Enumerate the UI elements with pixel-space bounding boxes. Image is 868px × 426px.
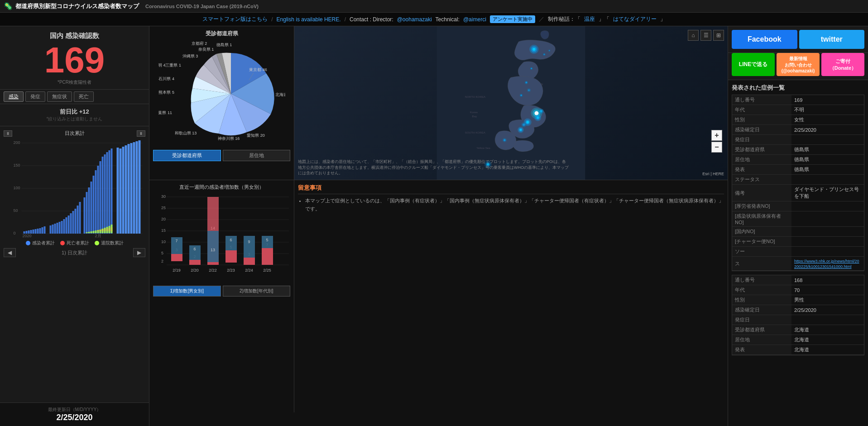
notes-title: 留意事項: [298, 184, 724, 194]
table-row: 通し番号 168: [732, 275, 864, 285]
svg-rect-26: [59, 222, 61, 234]
weekly-tab-gender[interactable]: 1)増加数[男女別]: [153, 286, 221, 297]
map-zoom-controls: + −: [711, 130, 722, 153]
svg-text:2/24: 2/24: [245, 268, 253, 273]
svg-text:不明 4三重県 1: 不明 4三重県 1: [158, 63, 181, 67]
svg-point-107: [526, 121, 529, 124]
contact-label: Contact : Director:: [350, 16, 393, 23]
case-table-169: 通し番号 169 年代 不明 性別 女性 感染確定日 2/25/2020: [732, 95, 864, 271]
bar-chart-svg: 200 150 100 50 0 2020 2月: [4, 139, 145, 238]
infection-number: 169: [7, 42, 142, 78]
pie-tab-residence[interactable]: 居住地: [223, 150, 291, 161]
svg-rect-20: [42, 227, 43, 234]
tab-asymptomatic[interactable]: 無症状: [47, 91, 72, 102]
svg-text:2/20: 2/20: [191, 268, 199, 273]
director-link[interactable]: @oohamazaki: [397, 16, 432, 23]
svg-text:北海道 35: 北海道 35: [275, 92, 285, 97]
svg-rect-27: [61, 221, 63, 234]
nav-bar: スマートフォン版はこちら / English is available HERE…: [0, 13, 868, 26]
svg-rect-154: [189, 260, 201, 265]
svg-text:20: 20: [161, 217, 166, 221]
line-button[interactable]: LINEで送る: [732, 53, 775, 76]
svg-rect-64: [104, 228, 106, 233]
svg-rect-73: [130, 143, 133, 234]
table-row: 受診都道府県 徳島県: [732, 145, 864, 155]
svg-text:2: 2: [161, 259, 163, 263]
weekly-tab-age[interactable]: 2)増加数[年代別]: [223, 286, 291, 297]
svg-text:徳島県 1: 徳島県 1: [216, 43, 232, 47]
production2-link[interactable]: はてなダイアリー: [613, 15, 657, 23]
svg-text:7: 7: [175, 239, 177, 243]
svg-text:200: 200: [14, 140, 20, 145]
tab-onset[interactable]: 発症: [25, 91, 45, 102]
chart-title: ⏸ 日次累計 ⏸: [4, 130, 145, 137]
pie-chart-svg: 東京都 46 北海道 35 愛知県 20 神奈川県 16 和歌山県 13 千葉県…: [158, 39, 285, 148]
svg-text:SOUTH KOREA: SOUTH KOREA: [465, 131, 486, 134]
donate-button[interactable]: ご寄付（Donate）: [821, 53, 864, 76]
svg-rect-40: [93, 176, 95, 234]
tab-death[interactable]: 死亡: [74, 91, 94, 102]
svg-text:100: 100: [14, 186, 20, 190]
japan-map-svg: NORTH KOREA Korea Bay SOUTH KOREA Yellow…: [294, 26, 728, 180]
pie-tab-prefecture[interactable]: 受診都道府県: [153, 150, 221, 161]
svg-text:13: 13: [211, 248, 215, 252]
table-row: [感染状病原体保有者NO]: [732, 211, 864, 227]
smartphone-link[interactable]: スマートフォン版はこちら: [202, 15, 268, 23]
zoom-out-btn[interactable]: −: [711, 142, 722, 153]
svg-rect-36: [84, 197, 86, 234]
svg-rect-149: [171, 254, 182, 261]
twitter-button[interactable]: twitter: [799, 30, 865, 49]
svg-text:0: 0: [14, 231, 16, 235]
svg-point-121: [528, 90, 529, 91]
zoom-in-btn[interactable]: +: [711, 130, 722, 141]
virus-icon: 🦠: [4, 2, 13, 10]
infection-subtitle: *PCR検査陽性者: [7, 79, 142, 86]
svg-rect-29: [66, 217, 67, 234]
table-row: [厚労省発表NO]: [732, 201, 864, 211]
table-row: 性別 男性: [732, 295, 864, 305]
svg-text:東京都 46: 東京都 46: [249, 67, 267, 72]
svg-rect-70: [122, 147, 125, 234]
map-home-btn[interactable]: ⌂: [688, 30, 699, 41]
svg-rect-34: [77, 206, 79, 234]
svg-rect-32: [72, 211, 74, 234]
daily-diff-value: 前日比 +12: [7, 108, 142, 116]
survey-badge[interactable]: アンケート実施中: [490, 15, 535, 23]
table-row: 発症日: [732, 135, 864, 145]
chart-pause-left[interactable]: ⏸: [4, 130, 12, 137]
table-row: 発表 徳島県: [732, 165, 864, 175]
facebook-button[interactable]: Facebook: [732, 30, 797, 49]
svg-rect-39: [91, 182, 92, 234]
svg-point-125: [523, 124, 525, 126]
main-layout: 国内 感染確認数 169 *PCR検査陽性者 感染 発症 無症状 死亡 前日比 …: [0, 26, 868, 426]
tab-infection[interactable]: 感染: [4, 91, 24, 102]
technical-link[interactable]: @aimerci: [463, 16, 486, 23]
svg-rect-62: [100, 230, 101, 233]
svg-rect-72: [128, 144, 130, 234]
map-grid-btn[interactable]: ⊞: [713, 30, 724, 41]
case-link-169[interactable]: https://www3.nhk.or.jp/news/html/2020022…: [794, 259, 859, 269]
notes-item-1: 本マップ上で症例としているのは、「国内事例（有症状者）」「国内事例（無症状病原体…: [305, 197, 724, 213]
english-link[interactable]: English is available HERE.: [277, 16, 341, 23]
pie-chart-container: 東京都 46 北海道 35 愛知県 20 神奈川県 16 和歌山県 13 千葉県…: [153, 39, 290, 148]
last-update: 最終更新日（M/D/YYYY） 2/25/2020: [0, 402, 149, 426]
svg-text:5: 5: [266, 238, 268, 242]
svg-point-115: [540, 110, 542, 113]
svg-point-101: [532, 48, 536, 51]
table-row: 年代 不明: [732, 105, 864, 115]
production1-link[interactable]: 温座: [584, 15, 595, 23]
cases-list-panel: 発表された症例一覧 通し番号 169 年代 不明 性別 女性: [728, 80, 868, 426]
info-button[interactable]: 最新情報お問い合わせ(@oohamazaki): [777, 53, 820, 76]
last-update-label: 最終更新日（M/D/YYYY）: [4, 407, 145, 413]
weekly-tabs: 1)増加数[男女別] 2)増加数[年代別]: [153, 286, 290, 297]
map-list-btn[interactable]: ☰: [700, 30, 711, 41]
production-label: 制作秘話：「: [548, 15, 580, 23]
svg-text:Yellow Sea: Yellow Sea: [476, 146, 490, 149]
svg-text:6: 6: [193, 247, 196, 251]
svg-rect-13: [26, 231, 28, 234]
chart-next-btn[interactable]: ▶: [133, 248, 145, 257]
chart-pause-right[interactable]: ⏸: [137, 130, 145, 137]
svg-rect-166: [225, 250, 237, 263]
svg-rect-69: [120, 148, 122, 234]
chart-prev-btn[interactable]: ◀: [4, 248, 16, 257]
